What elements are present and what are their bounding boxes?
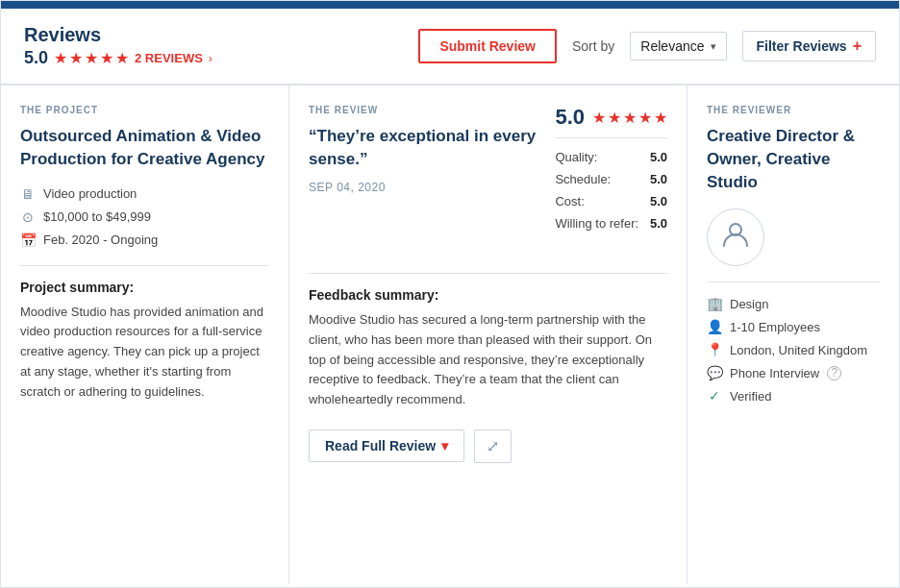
reviews-count[interactable]: 2 REVIEWS — [135, 51, 203, 65]
review-top: THE REVIEW “They’re exceptional in every… — [309, 105, 667, 244]
avatar — [707, 208, 764, 266]
project-title: Outsourced Animation & Video Production … — [20, 125, 269, 171]
quality-value: 5.0 — [650, 150, 667, 164]
filter-reviews-label: Filter Reviews — [757, 38, 847, 54]
header-stars: ★ ★ ★ ★ ★ — [54, 49, 129, 67]
review-grid: THE PROJECT Outsourced Animation & Video… — [1, 85, 899, 584]
header-score: 5.0 — [24, 48, 48, 68]
star-1: ★ — [54, 49, 67, 67]
score-section: 5.0 ★ ★ ★ ★ ★ Quality: 5.0 — [555, 105, 667, 234]
chevron-right-icon: › — [209, 52, 212, 65]
reviewer-interview: 💬 Phone Interview ? — [707, 365, 880, 380]
read-full-review-button[interactable]: Read Full Review ▾ — [309, 429, 464, 462]
share-button[interactable]: ⤢ — [474, 429, 512, 463]
review-section-label: THE REVIEW — [309, 105, 539, 115]
person-icon — [720, 219, 751, 257]
r-star-1: ★ — [592, 109, 606, 127]
reviewer-employees-text: 1-10 Employees — [730, 320, 820, 334]
top-bar — [1, 1, 899, 9]
review-stars: ★ ★ ★ ★ ★ — [592, 109, 667, 127]
help-icon[interactable]: ? — [827, 366, 841, 380]
meta-date: 📅 Feb. 2020 - Ongoing — [20, 233, 269, 248]
reviews-score-row: 5.0 ★ ★ ★ ★ ★ 2 REVIEWS › — [24, 48, 212, 68]
page-wrapper: Reviews 5.0 ★ ★ ★ ★ ★ 2 REVIEWS › Submit… — [0, 0, 900, 588]
review-actions: Read Full Review ▾ ⤢ — [309, 429, 667, 463]
star-2: ★ — [69, 49, 83, 67]
reviewer-column: THE REVIEWER Creative Director & Owner, … — [688, 86, 899, 584]
feedback-text: Moodive Studio has secured a long-term p… — [309, 310, 667, 410]
reviewer-meta: 🏢 Design 👤 1-10 Employees 📍 London, Unit… — [707, 296, 880, 404]
r-star-2: ★ — [608, 109, 621, 127]
refer-value: 5.0 — [650, 216, 667, 231]
review-date: SEP 04, 2020 — [309, 181, 539, 194]
dropdown-arrow-icon: ▾ — [441, 438, 448, 453]
review-column: THE REVIEW “They’re exceptional in every… — [289, 86, 688, 584]
r-star-5: ★ — [654, 109, 667, 127]
reviewer-verified-text: Verified — [730, 389, 771, 404]
quality-row: Quality: 5.0 — [555, 146, 667, 168]
overall-score: 5.0 — [555, 105, 585, 130]
star-4: ★ — [100, 49, 113, 67]
reviewer-divider — [707, 282, 880, 282]
monitor-icon: 🖥 — [20, 186, 36, 202]
reviewer-location: 📍 London, United Kingdom — [707, 342, 880, 357]
reviewer-name: Creative Director & Owner, Creative Stud… — [707, 125, 880, 193]
r-star-4: ★ — [638, 109, 652, 127]
share-icon: ⤢ — [487, 437, 499, 455]
reviewer-location-text: London, United Kingdom — [730, 343, 867, 357]
star-3: ★ — [85, 49, 98, 67]
schedule-row: Schedule: 5.0 — [555, 168, 667, 190]
verified-icon: ✓ — [707, 388, 722, 404]
project-column: THE PROJECT Outsourced Animation & Video… — [1, 86, 289, 584]
filter-reviews-button[interactable]: Filter Reviews + — [742, 31, 877, 61]
review-left: THE REVIEW “They’re exceptional in every… — [309, 105, 539, 244]
reviewer-verified: ✓ Verified — [707, 388, 880, 404]
project-summary-text: Moodive Studio has provided animation an… — [20, 303, 269, 403]
cost-value: 5.0 — [650, 194, 667, 208]
reviews-title-group: Reviews 5.0 ★ ★ ★ ★ ★ 2 REVIEWS › — [24, 24, 212, 68]
feedback-label: Feedback summary: — [309, 287, 667, 303]
plus-icon: + — [853, 37, 862, 55]
location-icon: 📍 — [707, 342, 722, 357]
sort-label: Sort by — [572, 38, 614, 54]
calendar-icon: 📅 — [20, 233, 36, 248]
project-summary-label: Project summary: — [20, 280, 269, 295]
review-divider — [309, 273, 667, 274]
reviewer-section-label: THE REVIEWER — [707, 105, 880, 115]
meta-service-text: Video production — [43, 186, 137, 201]
people-icon: 👤 — [707, 319, 722, 334]
project-divider — [20, 265, 269, 266]
meta-budget-text: $10,000 to $49,999 — [43, 209, 151, 224]
chevron-down-icon: ▾ — [711, 40, 716, 53]
schedule-label: Schedule: — [555, 172, 611, 186]
reviewer-industry-text: Design — [730, 297, 768, 311]
project-section-label: THE PROJECT — [20, 105, 269, 115]
reviews-header: Reviews 5.0 ★ ★ ★ ★ ★ 2 REVIEWS › Submit… — [1, 9, 899, 85]
cost-label: Cost: — [555, 194, 584, 208]
chat-icon: 💬 — [707, 365, 722, 380]
quality-label: Quality: — [555, 150, 597, 164]
refer-row: Willing to refer: 5.0 — [555, 212, 667, 234]
star-5: ★ — [115, 49, 129, 67]
reviewer-industry: 🏢 Design — [707, 296, 880, 311]
r-star-3: ★ — [623, 109, 637, 127]
meta-budget: ⊙ $10,000 to $49,999 — [20, 209, 269, 225]
score-divider — [555, 137, 667, 138]
reviewer-employees: 👤 1-10 Employees — [707, 319, 880, 334]
sort-value: Relevance — [640, 38, 704, 54]
reviewer-interview-text: Phone Interview — [730, 366, 819, 380]
submit-review-button[interactable]: Submit Review — [418, 29, 557, 63]
project-meta: 🖥 Video production ⊙ $10,000 to $49,999 … — [20, 186, 269, 248]
review-quote: “They’re exceptional in every sense.” — [309, 125, 539, 171]
sort-dropdown[interactable]: Relevance ▾ — [630, 32, 726, 61]
meta-date-text: Feb. 2020 - Ongoing — [43, 233, 158, 247]
meta-service: 🖥 Video production — [20, 186, 269, 202]
read-full-label: Read Full Review — [325, 438, 436, 453]
building-icon: 🏢 — [707, 296, 722, 311]
refer-label: Willing to refer: — [555, 216, 638, 231]
reviews-title: Reviews — [24, 24, 212, 46]
cost-row: Cost: 5.0 — [555, 190, 667, 212]
budget-icon: ⊙ — [20, 209, 36, 225]
overall-score-row: 5.0 ★ ★ ★ ★ ★ — [555, 105, 667, 130]
schedule-value: 5.0 — [650, 172, 667, 186]
